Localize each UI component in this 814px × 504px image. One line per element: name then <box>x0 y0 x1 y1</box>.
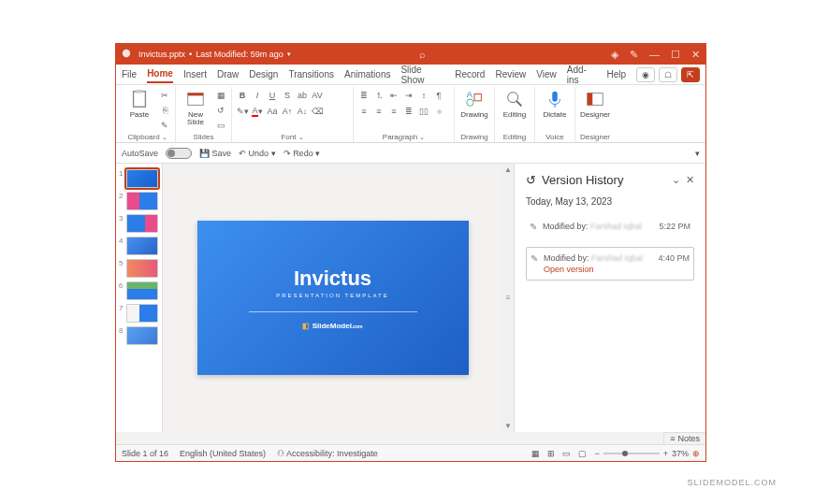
redo-button[interactable]: ↷ Redo ▾ <box>283 149 321 158</box>
direction-button[interactable]: ¶ <box>432 89 445 102</box>
reset-icon[interactable]: ↺ <box>214 104 227 117</box>
slideshow-view-icon[interactable]: ▢ <box>578 449 587 458</box>
tab-addins[interactable]: Add-ins <box>567 62 597 88</box>
underline-button[interactable]: U <box>266 89 279 102</box>
share-button[interactable]: ⇱ <box>681 67 700 82</box>
bold-button[interactable]: B <box>236 89 249 102</box>
panel-close-icon[interactable]: ✕ <box>686 174 694 186</box>
align-center-button[interactable]: ≡ <box>372 105 385 118</box>
sorter-view-icon[interactable]: ⊞ <box>547 449 555 458</box>
spacing-button[interactable]: AV <box>311 89 324 102</box>
autosave-toggle[interactable] <box>166 148 192 159</box>
new-slide-button[interactable]: New Slide <box>180 89 211 126</box>
scroll-split-icon[interactable]: ≡ <box>506 294 511 302</box>
version-entry[interactable]: ✎ Modified by: Farshad Iqbal 5:22 PM <box>526 216 694 238</box>
close-button[interactable]: ✕ <box>691 49 700 61</box>
thumb-2[interactable]: 2 <box>116 190 162 212</box>
panel-expand-icon[interactable]: ⌄ <box>672 174 680 186</box>
notes-button[interactable]: ≡ Notes <box>663 432 705 444</box>
thumb-7[interactable]: 7 <box>116 302 162 324</box>
clear-format-button[interactable]: ⌫ <box>311 105 324 118</box>
pen-icon: ✎ <box>530 222 537 232</box>
indent-inc-button[interactable]: ⇥ <box>402 89 415 102</box>
pen-icon[interactable]: ✎ <box>630 49 638 61</box>
thumb-1[interactable]: 1 <box>116 167 162 190</box>
tab-file[interactable]: File <box>122 66 137 82</box>
paste-button[interactable]: Paste <box>124 89 155 119</box>
zoom-control[interactable]: − + 37% ⊕ <box>594 449 700 458</box>
normal-view-icon[interactable]: ▦ <box>531 449 540 458</box>
bullets-button[interactable]: ≣ <box>357 89 371 102</box>
thumb-6[interactable]: 6 <box>116 280 162 302</box>
diamond-icon[interactable]: ◈ <box>611 49 618 61</box>
justify-button[interactable]: ≣ <box>402 105 415 118</box>
tab-record[interactable]: Record <box>455 66 485 82</box>
numbering-button[interactable]: ⒈ <box>372 89 385 102</box>
tab-transitions[interactable]: Transitions <box>288 66 334 82</box>
version-entry-selected[interactable]: ✎ Modified by: Farshad Iqbal Open versio… <box>526 247 694 281</box>
thumb-3[interactable]: 3 <box>116 212 162 235</box>
designer-button[interactable]: Designer <box>579 89 611 119</box>
comments-button[interactable]: ☖ <box>659 67 677 82</box>
editing-button[interactable]: Editing <box>499 89 531 119</box>
tab-home[interactable]: Home <box>147 65 173 83</box>
tab-help[interactable]: Help <box>606 66 626 82</box>
zoom-in-icon[interactable]: + <box>663 449 668 458</box>
grow-font-button[interactable]: A↑ <box>281 105 294 118</box>
scroll-down-icon[interactable]: ▼ <box>504 422 512 430</box>
line-spacing-button[interactable]: ↕ <box>417 89 430 102</box>
tab-draw[interactable]: Draw <box>217 66 239 82</box>
group-slides: New Slide ▦ ↺ ▭ Slides <box>176 87 232 142</box>
shadow-button[interactable]: ab <box>296 89 309 102</box>
zoom-out-icon[interactable]: − <box>594 449 599 458</box>
undo-button[interactable]: ↶ Undo ▾ <box>239 149 276 158</box>
tab-slideshow[interactable]: Slide Show <box>400 62 444 88</box>
strike-button[interactable]: S <box>281 89 294 102</box>
cut-icon[interactable]: ✂ <box>158 89 171 102</box>
reading-view-icon[interactable]: ▭ <box>562 449 571 458</box>
save-button[interactable]: 💾 Save <box>199 149 231 158</box>
zoom-percent[interactable]: 37% <box>672 449 689 458</box>
tab-view[interactable]: View <box>536 66 557 82</box>
indent-dec-button[interactable]: ⇤ <box>387 89 400 102</box>
camera-button[interactable]: ◉ <box>636 67 655 82</box>
font-color-button[interactable]: A▾ <box>251 105 264 118</box>
columns-button[interactable]: ▯▯ <box>417 105 430 118</box>
section-icon[interactable]: ▭ <box>214 119 227 132</box>
tab-review[interactable]: Review <box>495 66 526 82</box>
slide-canvas[interactable]: Invictus PRESENTATION TEMPLATE ◧ SlideMo… <box>197 221 469 375</box>
layout-icon[interactable]: ▦ <box>214 89 227 102</box>
format-painter-icon[interactable]: ✎ <box>158 119 171 132</box>
highlight-button[interactable]: ✎▾ <box>236 105 249 118</box>
tab-animations[interactable]: Animations <box>344 66 390 82</box>
vertical-scrollbar[interactable]: ▲ ≡ ▼ <box>502 164 514 432</box>
shrink-font-button[interactable]: A↓ <box>296 105 309 118</box>
copy-icon[interactable]: ⎘ <box>158 104 171 117</box>
tab-design[interactable]: Design <box>249 66 278 82</box>
accessibility-status[interactable]: ⚇ Accessibility: Investigate <box>277 449 378 458</box>
version-date: Today, May 13, 2023 <box>526 196 694 207</box>
fit-window-icon[interactable]: ⊕ <box>692 449 700 458</box>
italic-button[interactable]: I <box>251 89 264 102</box>
maximize-button[interactable]: ☐ <box>671 49 680 61</box>
svg-rect-1 <box>134 92 146 108</box>
zoom-slider[interactable] <box>603 453 660 454</box>
dictate-button[interactable]: Dictate <box>539 89 571 119</box>
group-designer: Designer Designer <box>575 87 615 142</box>
open-version-link[interactable]: Open version <box>544 265 652 274</box>
thumb-4[interactable]: 4 <box>116 235 162 257</box>
language-status[interactable]: English (United States) <box>180 449 266 458</box>
align-right-button[interactable]: ≡ <box>387 105 400 118</box>
smartart-button[interactable]: ⟐ <box>432 105 445 118</box>
svg-text:A: A <box>467 90 473 99</box>
thumb-8[interactable]: 8 <box>116 324 162 347</box>
qat-customize[interactable]: ▾ <box>695 149 700 158</box>
drawing-button[interactable]: A Drawing <box>458 89 490 119</box>
minimize-button[interactable]: — <box>649 49 660 60</box>
case-button[interactable]: Aa <box>266 105 279 118</box>
search-icon[interactable]: ⌕ <box>419 49 426 60</box>
thumb-5[interactable]: 5 <box>116 257 162 280</box>
tab-insert[interactable]: Insert <box>183 66 207 82</box>
scroll-up-icon[interactable]: ▲ <box>504 166 512 174</box>
align-left-button[interactable]: ≡ <box>357 105 371 118</box>
